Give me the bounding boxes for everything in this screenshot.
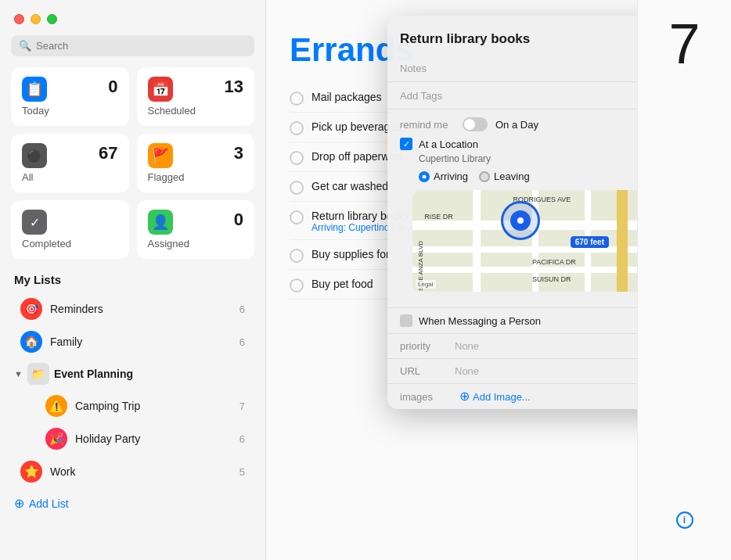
sidebar-item-reminders[interactable]: 🎯 Reminders 6 <box>6 293 259 325</box>
family-count: 6 <box>239 336 245 348</box>
task-checkbox[interactable] <box>290 210 304 224</box>
smart-list-all[interactable]: ⚫ 67 All <box>11 134 129 192</box>
flagged-count: 3 <box>234 143 243 163</box>
leaving-radio[interactable] <box>479 171 490 182</box>
all-icon: ⚫ <box>22 143 47 168</box>
url-value: None <box>455 365 479 377</box>
all-count: 67 <box>99 143 117 163</box>
messaging-row: When Messaging a Person <box>387 308 677 334</box>
task-checkbox[interactable] <box>290 92 304 106</box>
sidebar-item-holiday-party[interactable]: 🎉 Holiday Party 6 <box>6 422 259 455</box>
add-image-label: Add Image... <box>473 391 531 403</box>
map-background: RISE DR RODRIGUES AVE S DE ANZA BLVD PAC… <box>412 190 652 292</box>
add-list-label: Add List <box>29 497 69 510</box>
sidebar-item-camping-trip[interactable]: ⚠️ Camping Trip 7 <box>6 389 259 422</box>
holiday-party-count: 6 <box>239 433 245 445</box>
leaving-label: Leaving <box>494 171 530 182</box>
pin-inner-circle <box>510 210 531 231</box>
camping-trip-label: Camping Trip <box>75 400 232 412</box>
notes-label: Notes <box>400 63 427 74</box>
map-location-pin <box>501 201 540 240</box>
arriving-radio[interactable] <box>419 171 430 182</box>
task-checkbox[interactable] <box>290 249 304 263</box>
map-container[interactable]: RISE DR RODRIGUES AVE S DE ANZA BLVD PAC… <box>412 190 652 292</box>
images-label: images <box>400 391 455 403</box>
add-image-button[interactable]: ⊕ Add Image... <box>459 390 531 403</box>
arriving-leaving-row: Arriving Leaving <box>400 171 664 182</box>
add-list-icon: ⊕ <box>14 496 24 511</box>
smart-list-assigned[interactable]: 👤 0 Assigned <box>137 200 255 259</box>
scheduled-count: 13 <box>225 77 243 97</box>
task-checkbox[interactable] <box>290 121 304 135</box>
chevron-down-icon: ▼ <box>14 369 23 379</box>
messaging-checkbox[interactable] <box>400 314 412 327</box>
url-row: URL None <box>387 359 677 384</box>
task-checkbox[interactable] <box>290 181 304 195</box>
priority-row: priority None <box>387 334 677 359</box>
smart-list-today[interactable]: 📋 0 Today <box>11 67 129 126</box>
work-label: Work <box>50 465 232 478</box>
task-checkbox[interactable] <box>290 151 304 165</box>
camping-trip-icon: ⚠️ <box>45 395 67 417</box>
distance-label: 670 feet <box>571 236 609 248</box>
pin-radius-circle <box>501 201 540 240</box>
tags-label: Add Tags <box>400 90 442 102</box>
add-image-icon: ⊕ <box>459 390 470 403</box>
family-icon: 🏠 <box>20 331 42 353</box>
arriving-option[interactable]: Arriving <box>419 171 468 182</box>
reminders-label: Reminders <box>50 303 232 315</box>
priority-label: priority <box>400 340 455 352</box>
camping-trip-count: 7 <box>239 400 245 412</box>
close-button[interactable] <box>14 14 24 24</box>
smart-list-scheduled[interactable]: 📅 13 Scheduled <box>137 67 255 126</box>
at-location-checkbox[interactable]: ✓ <box>400 138 412 150</box>
smart-list-completed[interactable]: ✓ Completed <box>11 200 129 259</box>
scheduled-label: Scheduled <box>148 105 244 117</box>
on-a-day-label: On a Day <box>495 119 538 131</box>
popup-title: Return library books <box>400 31 530 47</box>
today-count: 0 <box>108 77 117 97</box>
all-label: All <box>22 171 118 183</box>
map-legal-text: Legal <box>416 280 436 289</box>
pin-center-dot <box>517 217 524 224</box>
minimize-button[interactable] <box>31 14 41 24</box>
arriving-label: Arriving <box>434 171 468 182</box>
work-count: 5 <box>239 466 245 478</box>
event-planning-group[interactable]: ▼ 📁 Event Planning <box>0 358 265 389</box>
sidebar-item-work[interactable]: ⭐ Work 5 <box>6 455 259 488</box>
sidebar-item-family[interactable]: 🏠 Family 6 <box>6 325 259 358</box>
smart-list-flagged[interactable]: 🚩 3 Flagged <box>137 134 255 192</box>
leaving-option[interactable]: Leaving <box>479 171 530 182</box>
remind-me-label: remind me <box>400 119 455 131</box>
location-name: Cupertino Library <box>400 153 664 164</box>
priority-value: None <box>455 340 479 352</box>
images-row: images ⊕ Add Image... <box>387 384 677 409</box>
group-name: Event Planning <box>54 368 251 380</box>
calendar-day: 7 <box>668 16 700 72</box>
my-lists-header: My Lists <box>0 270 265 293</box>
maximize-button[interactable] <box>47 14 57 24</box>
sidebar: 🔍 📋 0 Today 📅 13 Scheduled ⚫ 67 All <box>0 0 266 560</box>
family-label: Family <box>50 336 232 348</box>
task-checkbox[interactable] <box>290 278 304 293</box>
search-bar[interactable]: 🔍 <box>11 35 254 56</box>
map-label-rise-dr: RISE DR <box>424 213 453 221</box>
road-vertical-1 <box>473 190 481 292</box>
holiday-party-label: Holiday Party <box>75 433 232 445</box>
add-list-button[interactable]: ⊕ Add List <box>0 488 265 519</box>
today-label: Today <box>22 105 118 117</box>
on-a-day-toggle[interactable] <box>463 117 488 131</box>
tags-field[interactable]: Add Tags <box>387 82 677 109</box>
reminder-detail-popup: Return library books 🚩 Notes Add Tags re… <box>387 16 677 409</box>
search-input[interactable] <box>36 40 247 52</box>
search-icon: 🔍 <box>19 40 31 52</box>
flagged-label: Flagged <box>148 171 244 183</box>
notes-field[interactable]: Notes <box>387 55 677 82</box>
road-vertical-4 <box>617 190 628 292</box>
group-icon: 📁 <box>27 363 49 385</box>
at-location-label: At a Location <box>419 138 478 150</box>
info-icon[interactable]: i <box>676 512 693 529</box>
map-label-suisun: SUISUN DR <box>532 275 571 283</box>
messaging-label: When Messaging a Person <box>419 315 541 327</box>
holiday-party-icon: 🎉 <box>45 428 67 450</box>
